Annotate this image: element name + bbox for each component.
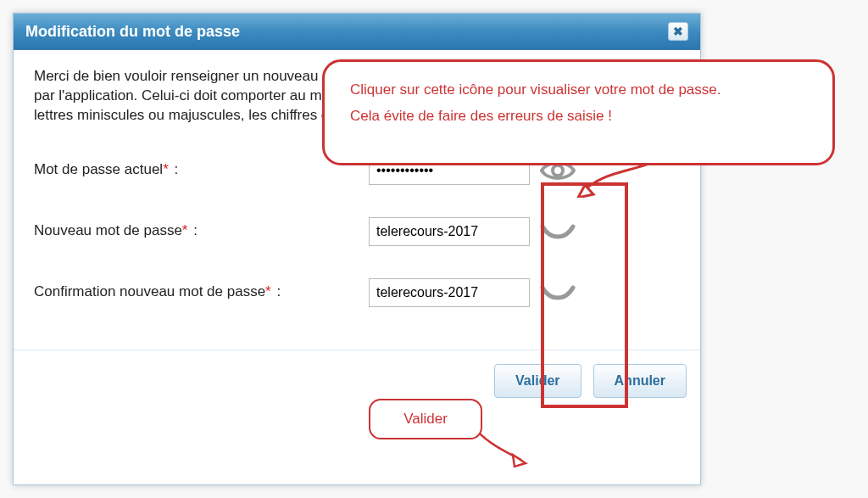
confirm-password-label: Confirmation nouveau mot de passe* : — [34, 283, 369, 302]
required-marker: * — [265, 283, 271, 299]
eye-icons-highlight-box — [541, 182, 628, 408]
new-password-input[interactable] — [369, 217, 530, 246]
required-marker: * — [182, 222, 188, 238]
dialog-titlebar: Modification du mot de passe ✖ — [14, 14, 700, 50]
required-marker: * — [163, 161, 169, 177]
svg-point-0 — [553, 165, 563, 176]
eye-tooltip-line1: Cliquer sur cette icône pour visualiser … — [350, 77, 815, 104]
close-icon: ✖ — [673, 25, 683, 38]
current-password-label: Mot de passe actuel* : — [34, 160, 369, 180]
confirm-password-input[interactable] — [369, 278, 530, 307]
validate-tooltip-callout: Valider — [369, 399, 482, 439]
validate-tooltip-text: Valider — [403, 411, 448, 428]
new-password-label: Nouveau mot de passe* : — [34, 221, 369, 241]
dialog-title: Modification du mot de passe — [25, 23, 240, 41]
callout-pointer-icon — [576, 164, 653, 198]
close-button[interactable]: ✖ — [668, 22, 688, 41]
eye-tooltip-callout: Cliquer sur cette icône pour visualiser … — [322, 59, 835, 165]
eye-tooltip-line2: Cela évite de faire des erreurs de saisi… — [350, 104, 815, 130]
